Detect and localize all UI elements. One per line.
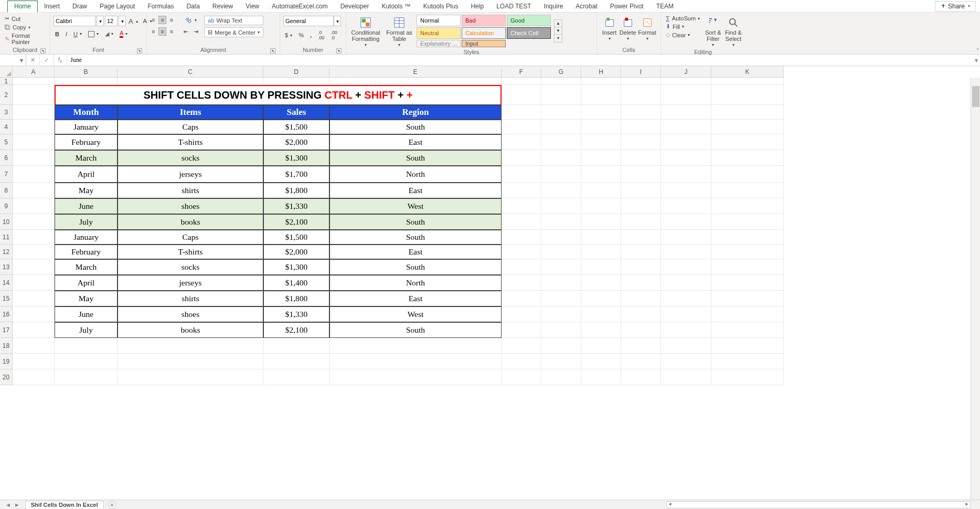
data-cell[interactable]: July bbox=[55, 322, 118, 338]
fill-color-button[interactable]: ◢▾ bbox=[103, 30, 115, 38]
increase-indent-button[interactable]: ⇥ bbox=[192, 27, 200, 36]
cell-H5[interactable] bbox=[581, 134, 621, 150]
cell-styles-gallery[interactable]: Normal Bad Good Neutral Calculation Chec… bbox=[417, 15, 551, 47]
data-cell[interactable]: $1,330 bbox=[263, 198, 329, 214]
cell-J2[interactable] bbox=[661, 85, 711, 105]
cell-I17[interactable] bbox=[621, 322, 661, 338]
cell-G20[interactable] bbox=[541, 369, 581, 385]
column-headers[interactable]: ABCDEFGHIJK bbox=[13, 66, 784, 78]
row-header-12[interactable]: 12 bbox=[0, 245, 12, 259]
cell-H16[interactable] bbox=[581, 306, 621, 322]
col-header-F[interactable]: F bbox=[502, 66, 541, 77]
cell-J7[interactable] bbox=[661, 166, 711, 183]
cell-G3[interactable] bbox=[541, 105, 581, 120]
style-neutral[interactable]: Neutral bbox=[417, 27, 461, 39]
data-cell[interactable]: $1,400 bbox=[263, 275, 329, 291]
number-format-dropdown[interactable]: ▾ bbox=[334, 16, 341, 26]
align-left-button[interactable]: ≡ bbox=[150, 27, 156, 36]
cell-F5[interactable] bbox=[502, 134, 541, 150]
name-box[interactable]: ▾ bbox=[0, 55, 26, 66]
row-header-10[interactable]: 10 bbox=[0, 214, 12, 230]
cell-A11[interactable] bbox=[13, 230, 55, 245]
col-header-G[interactable]: G bbox=[541, 66, 581, 77]
cell-J9[interactable] bbox=[661, 198, 711, 214]
percent-button[interactable]: % bbox=[297, 31, 305, 39]
data-cell[interactable]: $2,000 bbox=[263, 134, 329, 150]
cell-H4[interactable] bbox=[581, 120, 621, 134]
cell-G17[interactable] bbox=[541, 322, 581, 338]
data-cell[interactable]: February bbox=[55, 134, 118, 150]
style-check-cell[interactable]: Check Cell bbox=[507, 27, 551, 39]
data-cell[interactable]: June bbox=[55, 306, 118, 322]
font-color-button[interactable]: A▾ bbox=[118, 29, 129, 38]
col-header-B[interactable]: B bbox=[55, 66, 118, 77]
cell-K18[interactable] bbox=[711, 338, 784, 354]
cell-E1[interactable] bbox=[329, 78, 502, 85]
cell-G7[interactable] bbox=[541, 166, 581, 183]
row-header-6[interactable]: 6 bbox=[0, 150, 12, 166]
decrease-decimal-button[interactable]: .00.0 bbox=[329, 29, 339, 41]
cell-I3[interactable] bbox=[621, 105, 661, 120]
cell-F12[interactable] bbox=[502, 245, 541, 259]
data-cell[interactable]: $2,100 bbox=[263, 322, 329, 338]
cell-I1[interactable] bbox=[621, 78, 661, 85]
data-cell[interactable]: Caps bbox=[118, 230, 263, 245]
cell-J3[interactable] bbox=[661, 105, 711, 120]
cell-F11[interactable] bbox=[502, 230, 541, 245]
number-format-input[interactable] bbox=[283, 16, 334, 26]
row-header-17[interactable]: 17 bbox=[0, 322, 12, 338]
cell-I10[interactable] bbox=[621, 214, 661, 230]
tab-developer[interactable]: Developer bbox=[334, 1, 376, 12]
cell-H10[interactable] bbox=[581, 214, 621, 230]
font-size-input[interactable] bbox=[105, 16, 118, 26]
cell-F10[interactable] bbox=[502, 214, 541, 230]
cell-K11[interactable] bbox=[711, 230, 784, 245]
data-cell[interactable]: $2,000 bbox=[263, 245, 329, 259]
fill-button[interactable]: ⬇Fill▾ bbox=[664, 23, 701, 30]
cell-H18[interactable] bbox=[581, 338, 621, 354]
cell-F20[interactable] bbox=[502, 369, 541, 385]
data-cell[interactable]: South bbox=[329, 214, 502, 230]
font-name-input[interactable] bbox=[54, 16, 95, 26]
cell-G16[interactable] bbox=[541, 306, 581, 322]
cell-E20[interactable] bbox=[329, 369, 502, 385]
row-header-4[interactable]: 4 bbox=[0, 120, 12, 134]
row-header-20[interactable]: 20 bbox=[0, 369, 12, 385]
cell-J17[interactable] bbox=[661, 322, 711, 338]
row-headers[interactable]: 1234567891011121314151617181920 bbox=[0, 78, 13, 385]
cell-I4[interactable] bbox=[621, 120, 661, 134]
title-cell[interactable]: SHIFT CELLS DOWN BY PRESSING CTRL + SHIF… bbox=[55, 85, 502, 105]
cell-D20[interactable] bbox=[263, 369, 329, 385]
align-bottom-button[interactable]: ≡ bbox=[168, 16, 175, 24]
format-painter-button[interactable]: ✎Format Painter bbox=[3, 32, 47, 46]
cell-J10[interactable] bbox=[661, 214, 711, 230]
increase-font-button[interactable]: A▲ bbox=[127, 17, 141, 26]
data-cell[interactable]: July bbox=[55, 214, 118, 230]
align-middle-button[interactable]: ≡ bbox=[158, 16, 166, 24]
cell-F15[interactable] bbox=[502, 291, 541, 306]
cell-J5[interactable] bbox=[661, 134, 711, 150]
font-dialog-launcher[interactable]: ⬊ bbox=[137, 48, 142, 54]
accounting-button[interactable]: $▾ bbox=[283, 31, 294, 39]
data-cell[interactable]: South bbox=[329, 322, 502, 338]
cell-A5[interactable] bbox=[13, 134, 55, 150]
name-box-dropdown[interactable]: ▾ bbox=[18, 57, 25, 64]
col-header-J[interactable]: J bbox=[661, 66, 711, 77]
cell-A16[interactable] bbox=[13, 306, 55, 322]
align-right-button[interactable]: ≡ bbox=[168, 27, 175, 36]
fx-button[interactable]: fx bbox=[54, 55, 67, 66]
cell-K16[interactable] bbox=[711, 306, 784, 322]
cell-G6[interactable] bbox=[541, 150, 581, 166]
cell-K10[interactable] bbox=[711, 214, 784, 230]
cell-F14[interactable] bbox=[502, 275, 541, 291]
tab-power-pivot[interactable]: Power Pivot bbox=[604, 1, 650, 12]
data-cell[interactable]: April bbox=[55, 275, 118, 291]
orientation-button[interactable]: ab▾ bbox=[184, 16, 198, 24]
delete-cells-button[interactable]: Delete▾ bbox=[619, 15, 637, 41]
data-cell[interactable]: $1,500 bbox=[263, 120, 329, 134]
tab-data[interactable]: Data bbox=[180, 1, 206, 12]
cell-K1[interactable] bbox=[711, 78, 784, 85]
clipboard-dialog-launcher[interactable]: ⬊ bbox=[40, 48, 46, 54]
data-cell[interactable]: $1,700 bbox=[263, 166, 329, 183]
insert-cells-button[interactable]: Insert▾ bbox=[600, 15, 619, 41]
